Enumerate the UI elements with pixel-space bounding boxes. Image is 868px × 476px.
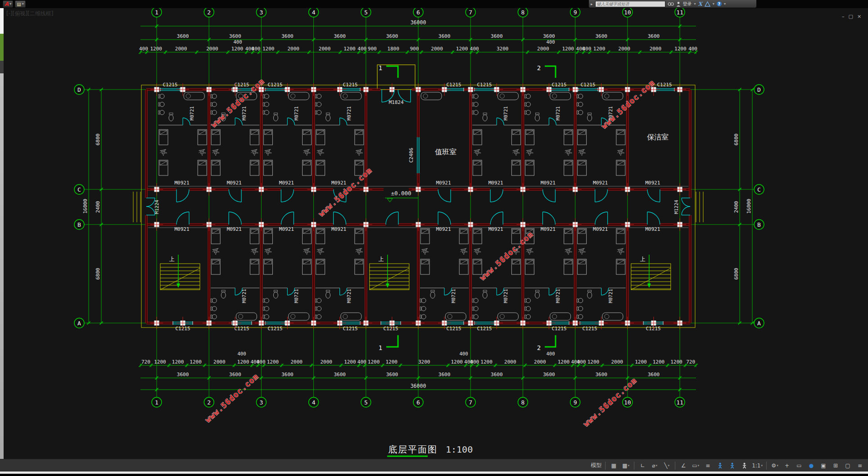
dim-text: 400 [547, 351, 555, 356]
grid-bubble-label: 7 [469, 399, 472, 406]
dim-text: 1200 [451, 359, 463, 365]
search-input[interactable]: 键入关键字或短语 [595, 1, 665, 7]
window-tag: C1215 [657, 82, 672, 88]
isolate-objects-icon[interactable]: ▢ [842, 461, 853, 471]
dim-text: 1200 [588, 359, 600, 365]
dim-text: 1200 [674, 46, 687, 52]
grid-bubble-label: A [77, 320, 81, 327]
dim-text: 2000 [431, 46, 443, 52]
grid-bubble-label: 2 [207, 399, 211, 406]
door-tag: M0721 [294, 106, 299, 121]
close-icon[interactable]: × [857, 13, 861, 19]
door-tag: M0721 [346, 106, 352, 121]
dim-bay: 3600 [229, 33, 241, 39]
door-tag: M1224 [674, 200, 679, 214]
exchange-apps-icon[interactable]: X [698, 1, 702, 7]
grid-bubble-label: 5 [364, 9, 368, 16]
ortho-mode-icon[interactable]: ∟ [637, 461, 648, 471]
door-tag: M0921 [279, 180, 294, 186]
dim-text: 1200 [635, 359, 647, 365]
customization-menu-icon[interactable]: ≡ [854, 461, 865, 471]
dim-text: 3200 [418, 359, 430, 365]
level-mark: ±0.000 [391, 190, 411, 197]
dim-bay: 3600 [177, 372, 189, 377]
sheet-icon: ▤ [17, 2, 21, 7]
dim-text: 2000 [206, 46, 218, 52]
dim-side: 2400 [733, 201, 739, 213]
dim-text: 2000 [611, 359, 623, 365]
save-workspace-icon[interactable]: ⊞ [830, 461, 841, 471]
object-snap-icon[interactable]: ▭▾ [690, 461, 701, 471]
graphics-performance-icon[interactable]: ▣ [818, 461, 829, 471]
autocad-window: A ▾ ▤ ▾ ▸ 键入关键字或短语 登录 ▾ X [0, 0, 868, 476]
infocenter-collapse-icon[interactable]: ▸ [591, 2, 593, 6]
chevron-down-icon[interactable]: ▾ [694, 2, 696, 6]
dim-side: 6800 [733, 134, 739, 146]
minimize-icon[interactable]: – [842, 13, 845, 19]
isometric-drafting-icon[interactable]: ╲▾ [661, 461, 672, 471]
annotation-autoscale-icon[interactable] [727, 461, 737, 471]
dim-text: 2000 [287, 46, 299, 52]
dim-text: 400 [238, 351, 246, 356]
login-button[interactable]: 登录 [683, 1, 692, 7]
docked-palette-strip[interactable] [0, 8, 4, 472]
snap-mode-icon[interactable]: ▦ [608, 461, 619, 471]
chevron-down-icon[interactable]: ▾ [724, 2, 726, 6]
annotation-monitor-icon[interactable]: + [782, 461, 792, 471]
door-tag: M1824 [389, 99, 403, 105]
window-tag: C1215 [267, 326, 282, 332]
app-menu-button[interactable]: A ▾ [3, 0, 13, 8]
chevron-down-icon[interactable]: ▾ [713, 2, 714, 6]
annotation-scale-value[interactable]: 1:1▾ [751, 461, 764, 471]
grid-display-icon[interactable]: ▩▾ [620, 461, 631, 471]
door-tag: M0721 [189, 106, 194, 121]
grid-bubble-label: 11 [676, 9, 683, 16]
clean-screen-icon[interactable]: ● [806, 461, 817, 471]
door-tag: M0721 [294, 289, 299, 303]
annotation-visibility-icon[interactable] [714, 461, 725, 471]
units-icon[interactable]: ▭ [794, 461, 805, 471]
restore-icon[interactable]: ▢ [849, 13, 853, 19]
viewport-controls[interactable]: [-][俯视][二维线框] [6, 10, 53, 18]
status-bar: 模型▦▩▾∟⌀▾╲▾∠▭▾≡1:1▾⚙▾+▭●▣⊞▢≡ [0, 459, 868, 472]
window-tag: C1215 [267, 82, 282, 88]
dim-bay: 3600 [281, 372, 294, 377]
door-tag: M0921 [593, 180, 608, 186]
window-tag: C1215 [446, 326, 461, 332]
chevron-down-icon: ▾ [656, 464, 658, 467]
window-tag: C1215 [343, 82, 357, 88]
window-tag: C1215 [234, 82, 249, 88]
stair-up-label: 上 [379, 256, 384, 262]
grid-bubble-label: B [77, 221, 81, 228]
door-tag: M0921 [227, 226, 242, 232]
door-tag: M0921 [331, 226, 346, 232]
chevron-down-icon: ▾ [628, 464, 630, 467]
selection-cycling-icon[interactable]: ≡ [702, 461, 713, 471]
drawing-canvas[interactable]: [-][俯视][二维线框] – ▢ × 36000360036003600360… [4, 8, 868, 459]
grid-bubble-label: 6 [416, 9, 420, 16]
quick-access-toolbar-button[interactable]: ▤ ▾ [15, 0, 25, 8]
search-icon[interactable] [668, 1, 674, 7]
workspace-switching-icon[interactable]: ⚙▾ [769, 461, 780, 471]
door-tag: M0921 [488, 226, 503, 232]
dim-text: 1200 [456, 46, 468, 52]
autodesk360-icon[interactable] [705, 1, 710, 7]
dim-text: 1200 [562, 46, 574, 52]
dim-text: 1200 [368, 359, 380, 365]
help-icon[interactable]: ? [717, 1, 722, 6]
dim-text: 1200 [237, 359, 249, 365]
dim-text: 1200 [344, 46, 356, 52]
drawing-scale: 1:100 [446, 444, 473, 455]
user-icon[interactable] [676, 1, 681, 7]
title-bar: A ▾ ▤ ▾ ▸ 键入关键字或短语 登录 ▾ X [0, 0, 868, 8]
object-snap-tracking-icon[interactable]: ∠ [678, 461, 689, 471]
dim-text: 1200 [172, 359, 184, 365]
dim-text: 720 [686, 359, 695, 365]
grid-bubble-label: 6 [416, 399, 420, 406]
model-tab[interactable]: 模型 [590, 461, 602, 471]
polar-tracking-icon[interactable]: ⌀▾ [649, 461, 660, 471]
door-tag: M0721 [241, 106, 247, 121]
dim-text: 900 [368, 46, 377, 52]
dim-bay: 3600 [543, 372, 555, 377]
annotation-scale-icon[interactable] [739, 461, 750, 471]
